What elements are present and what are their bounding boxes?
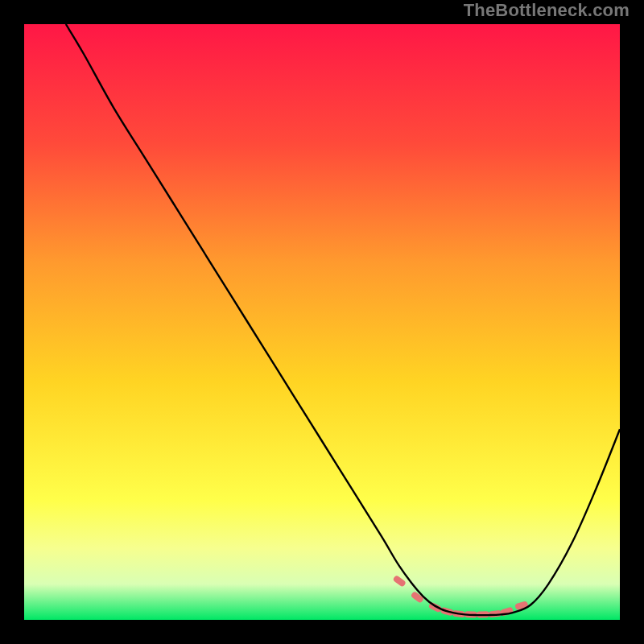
marker-pill	[411, 591, 425, 604]
curve-layer	[24, 24, 620, 620]
marker-pill	[392, 575, 407, 588]
bottom-markers	[392, 575, 528, 618]
watermark-text: TheBottleneck.com	[464, 0, 630, 21]
plot-area	[24, 24, 620, 620]
curve-line	[66, 24, 620, 615]
chart-frame: TheBottleneck.com	[0, 0, 644, 644]
